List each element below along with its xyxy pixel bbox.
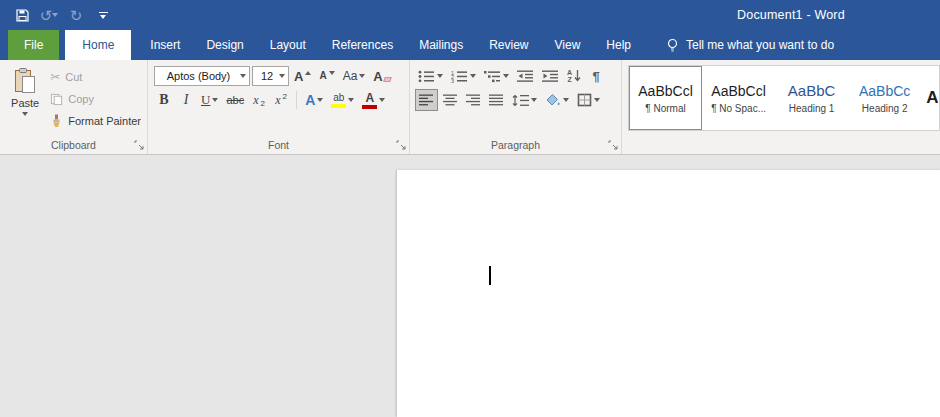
- style-preview: AaBbCcl: [638, 83, 692, 99]
- line-spacing-button[interactable]: [509, 89, 540, 111]
- tab-references[interactable]: References: [319, 30, 406, 60]
- cut-button[interactable]: ✂ Cut: [46, 67, 145, 87]
- clipboard-group-label: Clipboard: [0, 139, 147, 151]
- superscript-button[interactable]: x2: [271, 89, 291, 111]
- style-normal[interactable]: AaBbCcl ¶ Normal: [629, 66, 702, 130]
- style-label: Heading 1: [789, 103, 835, 114]
- ribbon-tabbar: File Home Insert Design Layout Reference…: [0, 30, 940, 60]
- shading-bucket-icon: [545, 93, 561, 107]
- italic-button[interactable]: I: [176, 89, 196, 111]
- style-preview: AaBbC: [788, 82, 836, 99]
- borders-icon: [577, 93, 592, 107]
- clear-formatting-letter: A: [373, 70, 382, 83]
- pilcrow-icon: ¶: [592, 69, 599, 84]
- change-case-letters: Aa: [343, 69, 358, 83]
- highlight-dropdown-icon: [348, 98, 354, 102]
- underline-button[interactable]: U: [198, 89, 221, 111]
- sort-letter-a: A: [567, 69, 572, 76]
- tab-mailings[interactable]: Mailings: [406, 30, 476, 60]
- redo-button[interactable]: ↻: [64, 2, 88, 28]
- tab-help[interactable]: Help: [593, 30, 644, 60]
- shrink-font-letter: A: [319, 71, 326, 81]
- document-page[interactable]: [397, 170, 940, 417]
- underline-letter: U: [201, 92, 210, 108]
- paragraph-row-2: [415, 88, 619, 112]
- multilevel-list-icon: [484, 70, 501, 83]
- paragraph-dialog-launcher[interactable]: [606, 138, 619, 151]
- style-label: ¶ No Spac...: [711, 103, 766, 114]
- multilevel-list-button[interactable]: [481, 65, 512, 87]
- font-size-combobox[interactable]: 12: [252, 66, 289, 86]
- tab-view[interactable]: View: [542, 30, 594, 60]
- styles-group: AaBbCcl ¶ Normal AaBbCcl ¶ No Spac... Aa…: [622, 60, 940, 154]
- increase-indent-button[interactable]: [539, 65, 562, 87]
- clipboard-dialog-launcher[interactable]: [132, 138, 145, 151]
- cut-label: Cut: [65, 71, 82, 83]
- font-name-combobox[interactable]: Aptos (Body): [154, 66, 250, 86]
- grow-font-button[interactable]: A: [291, 65, 314, 87]
- font-color-button[interactable]: A: [359, 89, 388, 111]
- align-left-icon: [419, 94, 434, 107]
- tab-design[interactable]: Design: [193, 30, 256, 60]
- cut-icon: ✂: [50, 70, 60, 84]
- undo-button[interactable]: ↺: [37, 2, 61, 28]
- format-painter-button[interactable]: Format Painter: [46, 111, 145, 131]
- shading-button[interactable]: [542, 89, 572, 111]
- numbering-button[interactable]: 123: [448, 65, 479, 87]
- font-color-dropdown-icon: [379, 98, 385, 102]
- lightbulb-icon: [666, 38, 679, 53]
- font-dialog-launcher[interactable]: [394, 138, 407, 151]
- copy-icon: [50, 93, 63, 106]
- paragraph-row-1: 123 A Z: [415, 64, 619, 88]
- save-button[interactable]: [10, 2, 34, 28]
- text-highlight-button[interactable]: ab: [328, 89, 357, 111]
- ribbon: Paste ✂ Cut Copy Format Painter Clipboar…: [0, 60, 940, 155]
- tell-me-label: Tell me what you want to do: [686, 38, 834, 52]
- tell-me-box[interactable]: Tell me what you want to do: [666, 30, 834, 60]
- style-label: ¶ Normal: [645, 103, 685, 114]
- sort-arrow-icon: [574, 69, 581, 83]
- justify-button[interactable]: [486, 89, 507, 111]
- customize-qat-button[interactable]: [91, 2, 115, 28]
- sort-button[interactable]: A Z: [564, 65, 584, 87]
- style-next-partial[interactable]: A: [921, 66, 939, 130]
- decrease-indent-button[interactable]: [514, 65, 537, 87]
- paste-button[interactable]: Paste: [4, 64, 46, 136]
- strikethrough-letters: abc: [226, 94, 244, 106]
- paragraph-group-label: Paragraph: [410, 139, 621, 151]
- align-left-button[interactable]: [415, 89, 438, 111]
- dialog-launcher-icon: [134, 140, 144, 150]
- undo-dropdown-icon: [52, 13, 58, 17]
- align-right-button[interactable]: [463, 89, 484, 111]
- numbering-icon: 123: [451, 70, 468, 83]
- align-center-button[interactable]: [440, 89, 461, 111]
- grow-font-arrow-icon: [305, 71, 311, 75]
- increase-indent-icon: [542, 70, 559, 83]
- paste-dropdown-icon: [22, 112, 28, 116]
- word-window: ↺ ↻ Document1 - Word File Home Insert De…: [0, 0, 940, 417]
- tab-file[interactable]: File: [8, 30, 59, 60]
- bullets-button[interactable]: [415, 65, 446, 87]
- show-hide-marks-button[interactable]: ¶: [586, 65, 606, 87]
- shrink-font-arrow-icon: [329, 71, 335, 75]
- tab-layout[interactable]: Layout: [257, 30, 319, 60]
- style-no-spacing[interactable]: AaBbCcl ¶ No Spac...: [702, 66, 775, 130]
- titlebar: ↺ ↻ Document1 - Word: [0, 0, 940, 30]
- style-heading-2[interactable]: AaBbCc Heading 2: [848, 66, 921, 130]
- tab-review[interactable]: Review: [476, 30, 541, 60]
- styles-gallery: AaBbCcl ¶ Normal AaBbCcl ¶ No Spac... Aa…: [628, 65, 940, 131]
- borders-button[interactable]: [574, 89, 603, 111]
- line-spacing-icon: [512, 94, 529, 107]
- tab-insert[interactable]: Insert: [137, 30, 193, 60]
- copy-button[interactable]: Copy: [46, 89, 145, 109]
- bold-button[interactable]: B: [154, 89, 174, 111]
- strikethrough-button[interactable]: abc: [223, 89, 247, 111]
- style-heading-1[interactable]: AaBbC Heading 1: [775, 66, 848, 130]
- tab-home[interactable]: Home: [65, 30, 131, 60]
- change-case-button[interactable]: Aa: [340, 65, 369, 87]
- clear-formatting-button[interactable]: A: [370, 65, 393, 87]
- text-effects-button[interactable]: A: [302, 89, 326, 111]
- shrink-font-button[interactable]: A: [316, 65, 337, 87]
- font-name-value: Aptos (Body): [160, 70, 237, 82]
- subscript-button[interactable]: x2: [249, 89, 269, 111]
